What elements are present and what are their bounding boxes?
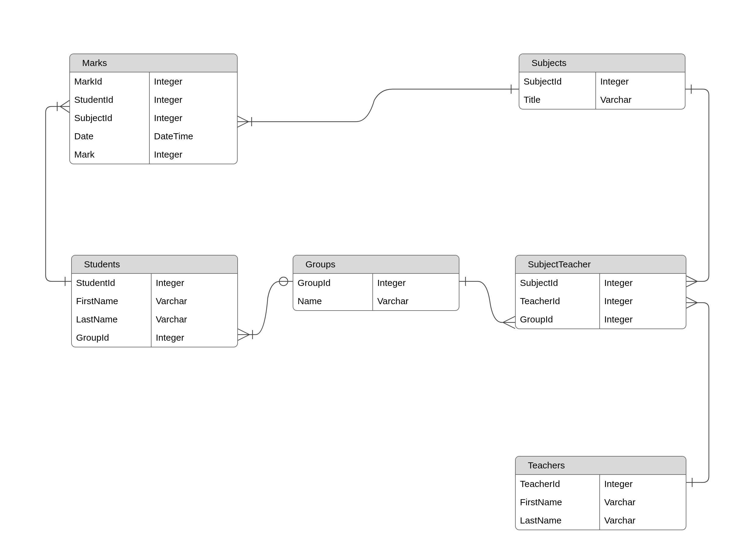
entity-title: Students (72, 256, 237, 274)
field-name: Name (293, 292, 372, 310)
field-name: StudentId (70, 91, 149, 109)
field-name: TeacherId (516, 292, 599, 310)
field-type: Integer (600, 310, 685, 329)
field-name: StudentId (72, 274, 151, 292)
entity-marks: MarksMarkIdStudentIdSubjectIdDateMarkInt… (69, 54, 238, 164)
field-name: GroupId (516, 310, 599, 329)
entity-groups: GroupsGroupIdNameIntegerVarchar (293, 255, 459, 311)
entity-subjectteacher: SubjectTeacherSubjectIdTeacherIdGroupIdI… (515, 255, 686, 329)
field-name: SubjectId (70, 109, 149, 127)
field-type: DateTime (150, 127, 236, 145)
entity-teachers: TeachersTeacherIdFirstNameLastNameIntege… (515, 456, 686, 530)
field-name: Mark (70, 145, 149, 164)
field-name: GroupId (293, 274, 372, 292)
field-type: Integer (600, 292, 685, 310)
field-name: Date (70, 127, 149, 145)
field-type: Integer (596, 72, 684, 91)
field-type: Integer (150, 72, 236, 91)
field-type: Varchar (373, 292, 458, 310)
field-name: FirstName (516, 493, 599, 511)
entity-title: Teachers (516, 457, 686, 475)
field-name: LastName (72, 310, 151, 329)
field-name: FirstName (72, 292, 151, 310)
field-name: MarkId (70, 72, 149, 91)
field-name: LastName (516, 511, 599, 530)
field-name: TeacherId (516, 475, 599, 493)
entity-title: Subjects (519, 54, 685, 72)
field-type: Varchar (600, 493, 685, 511)
field-type: Integer (600, 475, 685, 493)
er-diagram: { "diagram_type": "entity-relationship",… (0, 0, 732, 560)
field-type: Integer (150, 91, 236, 109)
field-type: Integer (600, 274, 685, 292)
field-type: Varchar (600, 511, 685, 530)
entity-students: StudentsStudentIdFirstNameLastNameGroupI… (71, 255, 238, 347)
field-type: Integer (373, 274, 458, 292)
field-type: Integer (150, 109, 236, 127)
field-type: Varchar (152, 292, 237, 310)
field-type: Integer (152, 274, 237, 292)
field-name: SubjectId (519, 72, 595, 91)
field-name: Title (519, 91, 595, 109)
entity-title: SubjectTeacher (516, 256, 686, 274)
entity-title: Groups (293, 256, 459, 274)
field-type: Varchar (596, 91, 684, 109)
entity-subjects: SubjectsSubjectIdTitleIntegerVarchar (519, 54, 685, 110)
svg-point-0 (279, 277, 288, 286)
field-type: Integer (150, 145, 236, 164)
field-type: Varchar (152, 310, 237, 329)
field-name: SubjectId (516, 274, 599, 292)
field-name: GroupId (72, 329, 151, 347)
field-type: Integer (152, 329, 237, 347)
entity-title: Marks (70, 54, 237, 72)
